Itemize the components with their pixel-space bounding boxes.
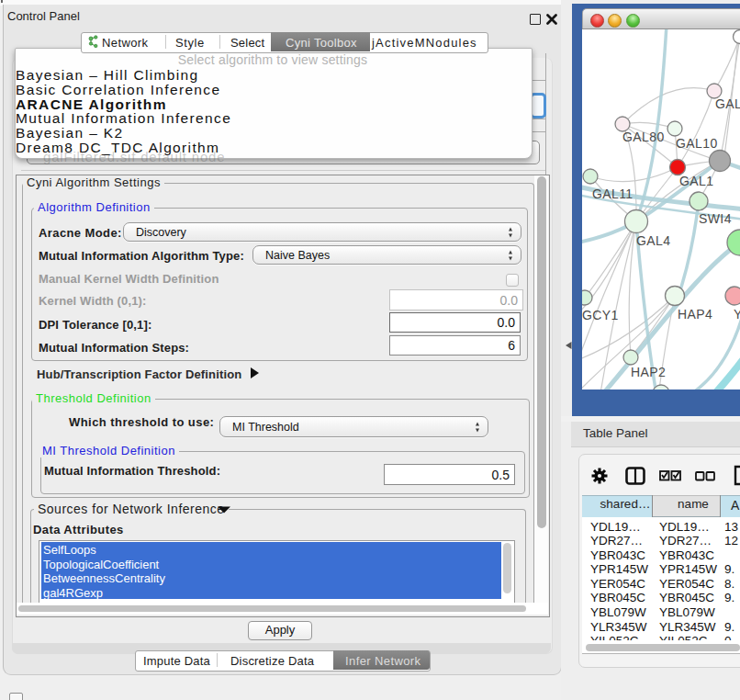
svg-text:GAL: GAL (715, 96, 740, 111)
svg-text:HAP4: HAP4 (678, 307, 712, 322)
svg-text:HAP2: HAP2 (631, 365, 666, 379)
svg-text:GAL4: GAL4 (636, 233, 670, 248)
svg-text:GAL11: GAL11 (592, 186, 633, 201)
svg-text:GCY1: GCY1 (582, 308, 619, 322)
svg-text:GAL1: GAL1 (679, 174, 713, 188)
svg-text:SWI4: SWI4 (699, 211, 732, 226)
svg-text:Y: Y (734, 307, 740, 322)
svg-text:GAL10: GAL10 (676, 136, 718, 151)
svg-text:GAL80: GAL80 (622, 130, 665, 144)
